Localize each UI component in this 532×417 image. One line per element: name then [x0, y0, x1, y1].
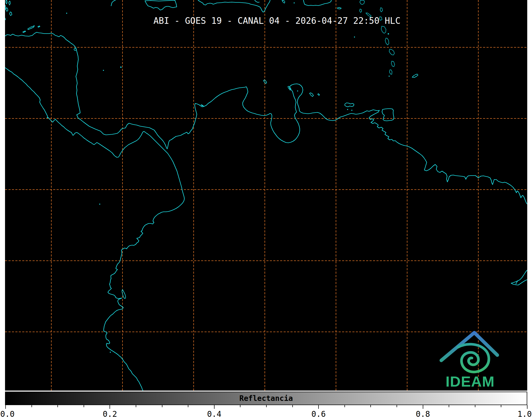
- colorbar-minor-tick: [240, 405, 240, 407]
- colorbar-major-tick: [423, 405, 423, 409]
- colorbar-label: Reflectancia: [6, 392, 527, 405]
- coastline-pacific: [5, 68, 184, 391]
- colorbar-minor-tick: [266, 405, 267, 407]
- satellite-map: IDEAM ABI - GOES 19 - CANAL 04 - 2026-04…: [5, 0, 527, 391]
- coastline-trinidad: [382, 109, 394, 121]
- island-san-andres: [103, 70, 104, 71]
- reflectance-colorbar: Reflectancia: [5, 392, 527, 405]
- colorbar-minor-tick: [370, 405, 371, 407]
- island-malpelo: [99, 204, 100, 205]
- colorbar-minor-tick: [475, 405, 475, 407]
- island-dot: [294, 2, 295, 3]
- colorbar-minor-tick: [292, 405, 293, 407]
- island-swan: [66, 13, 67, 14]
- logo-wordmark: IDEAM: [445, 373, 494, 390]
- colorbar-minor-tick: [397, 405, 397, 407]
- colorbar-minor-tick: [162, 405, 162, 407]
- ideam-logo: IDEAM: [441, 333, 497, 390]
- colorbar-major-tick: [318, 405, 319, 409]
- logo-spiral-icon: [458, 344, 489, 372]
- colorbar-major-tick: [214, 405, 215, 409]
- colorbar-minor-tick: [344, 405, 345, 407]
- colorbar-tick-label: 0.8: [416, 409, 430, 417]
- map-title: ABI - GOES 19 - CANAL 04 - 2026-04-27 22…: [153, 16, 401, 25]
- island-miskito-cay: [74, 48, 76, 51]
- island-providencia: [120, 67, 122, 68]
- map-canvas: IDEAM: [5, 0, 527, 391]
- colorbar-minor-tick: [84, 405, 84, 407]
- coastline-puerto-rico: [303, 0, 331, 6]
- colorbar-tick-label: 0.4: [207, 409, 222, 417]
- colorbar-axis: 0.00.20.40.60.81.0: [0, 405, 532, 417]
- island-aves: [354, 36, 355, 38]
- colorbar-minor-tick: [136, 405, 136, 407]
- colorbar-minor-tick: [31, 405, 32, 407]
- coastline-jamaica: [145, 0, 177, 10]
- coastline-hispaniola-fragment: [255, 0, 259, 2]
- satellite-figure: IDEAM ABI - GOES 19 - CANAL 04 - 2026-04…: [0, 0, 532, 417]
- colorbar-tick-label: 0.6: [311, 409, 326, 417]
- coastline-cuba-fragment: [111, 0, 115, 6]
- coastline-lesser-antilles: [354, 0, 395, 77]
- coastline-belize-bay-islands: [5, 0, 67, 33]
- coastline-abc-islands: [263, 80, 320, 97]
- island-tobago: [412, 74, 418, 77]
- colorbar-major-tick: [527, 405, 528, 409]
- graticule-gridlines: [5, 0, 527, 391]
- colorbar-tick-label: 1.0: [517, 409, 532, 417]
- colorbar-minor-tick: [57, 405, 58, 407]
- colorbar-tick-label: 0.2: [102, 409, 117, 417]
- island-vieques: [337, 7, 341, 9]
- coastline-amazon-mouth: [511, 270, 527, 285]
- colorbar-major-tick: [110, 405, 110, 409]
- coastline-caribbean-mainland: [5, 32, 527, 204]
- colorbar-minor-tick: [449, 405, 449, 407]
- island-margarita: [345, 103, 354, 107]
- island-peru-coast: [110, 352, 111, 353]
- colorbar-tick-label: 0.0: [0, 409, 15, 417]
- island-mona: [282, 1, 285, 3]
- colorbar-major-tick: [5, 405, 6, 409]
- colorbar-minor-tick: [188, 405, 188, 407]
- colorbar-minor-tick: [501, 405, 501, 407]
